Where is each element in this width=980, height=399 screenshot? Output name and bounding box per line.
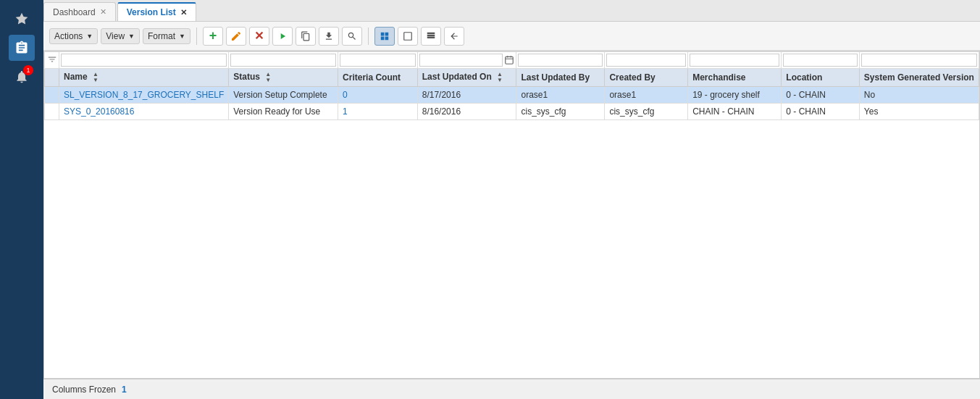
row2-updated-on-value: 8/16/2016 [422, 106, 461, 117]
tab-version-list-label: Version List [127, 7, 176, 17]
row1-status: Version Setup Complete [229, 87, 338, 104]
filter-updated-on-input[interactable] [419, 54, 503, 67]
version-table: Name ▲▼ Status ▲▼ Criteria Count Last Up… [44, 51, 979, 120]
row1-created-by: orase1 [605, 87, 688, 104]
format-button[interactable]: Format ▼ [143, 28, 190, 44]
table-row[interactable]: SYS_0_20160816 Version Ready for Use 1 8… [45, 104, 979, 120]
filter-status-input[interactable] [230, 54, 336, 67]
row1-icon [45, 87, 59, 104]
th-status[interactable]: Status ▲▼ [229, 69, 338, 87]
filter-location-input[interactable] [783, 54, 858, 67]
row1-status-value: Version Setup Complete [233, 90, 327, 100]
th-last-updated-on[interactable]: Last Updated On ▲▼ [417, 69, 516, 87]
row2-updated-by-value: cis_sys_cfg [521, 106, 566, 117]
grid-view-button[interactable] [374, 27, 395, 46]
sidebar-icon-star[interactable] [9, 6, 35, 32]
actions-button[interactable]: Actions ▼ [49, 28, 98, 44]
footer: Columns Frozen 1 [43, 379, 980, 399]
name-sort-arrows[interactable]: ▲▼ [93, 72, 99, 83]
filter-sys-gen-input[interactable] [861, 54, 977, 67]
status-sort-arrows[interactable]: ▲▼ [265, 72, 271, 83]
filter-location[interactable] [782, 52, 860, 69]
sep-2 [368, 28, 369, 45]
row2-name-value: SYS_0_20160816 [64, 106, 134, 117]
sidebar-icon-clipboard[interactable] [9, 35, 35, 61]
add-button[interactable]: + [203, 27, 223, 46]
row2-icon [45, 104, 59, 120]
row1-merchandise: 19 - grocery shelf [688, 87, 782, 104]
row2-name[interactable]: SYS_0_20160816 [59, 104, 229, 120]
filter-created-by[interactable] [605, 52, 688, 69]
tab-dashboard[interactable]: Dashboard ✕ [43, 2, 116, 21]
th-name-label: Name [64, 72, 88, 82]
copy-button[interactable] [296, 27, 316, 46]
th-criteria-label: Criteria Count [343, 72, 401, 83]
sidebar: 1 [0, 0, 43, 399]
th-location[interactable]: Location [782, 69, 860, 87]
format-caret: ▼ [179, 33, 185, 40]
filter-name-input[interactable] [61, 54, 227, 67]
filter-icon-cell [45, 52, 59, 69]
filter-updated-by[interactable] [516, 52, 605, 69]
filter-status[interactable] [229, 52, 338, 69]
delete-button[interactable]: ✕ [249, 27, 269, 46]
format-label: Format [148, 31, 175, 41]
th-icon [45, 69, 59, 87]
row2-status-value: Version Ready for Use [233, 106, 320, 117]
edit-button[interactable] [226, 27, 246, 46]
detail-view-button[interactable] [421, 27, 441, 46]
row2-sys-gen: Yes [859, 104, 979, 120]
filter-sys-gen[interactable] [859, 52, 979, 69]
list-view-button[interactable] [398, 27, 418, 46]
columns-frozen-count: 1 [122, 385, 127, 395]
th-name[interactable]: Name ▲▼ [59, 69, 229, 87]
th-updated-by-label: Last Updated By [521, 72, 590, 83]
row2-criteria-value: 1 [343, 106, 348, 117]
th-status-label: Status [233, 72, 260, 82]
row2-status: Version Ready for Use [229, 104, 338, 120]
filter-merchandise[interactable] [688, 52, 782, 69]
filter-criteria-input[interactable] [340, 54, 416, 67]
notification-badge: 1 [23, 65, 33, 75]
filter-created-by-input[interactable] [606, 54, 686, 67]
th-last-updated-by[interactable]: Last Updated By [516, 69, 605, 87]
th-created-by[interactable]: Created By [605, 69, 688, 87]
row1-sys-gen: No [859, 87, 979, 104]
tab-version-list-close[interactable]: ✕ [180, 9, 187, 17]
row1-updated-on: 8/17/2016 [417, 87, 516, 104]
filter-merchandise-input[interactable] [690, 54, 779, 67]
table-row[interactable]: SL_VERSION_8_17_GROCERY_SHELF Version Se… [45, 87, 979, 104]
row2-updated-on: 8/16/2016 [417, 104, 516, 120]
tabs-bar: Dashboard ✕ Version List ✕ [43, 0, 980, 22]
filter-updated-by-input[interactable] [518, 54, 603, 67]
updated-on-sort-arrows[interactable]: ▲▼ [497, 72, 503, 83]
row1-updated-by: orase1 [516, 87, 605, 104]
return-button[interactable] [444, 27, 464, 46]
th-updated-on-label: Last Updated On [422, 72, 492, 82]
view-button[interactable]: View ▼ [101, 28, 140, 44]
filter-criteria[interactable] [338, 52, 418, 69]
th-merchandise[interactable]: Merchandise [688, 69, 782, 87]
sidebar-icon-bell[interactable]: 1 [9, 64, 35, 90]
th-sys-gen[interactable]: System Generated Version [859, 69, 979, 87]
th-sys-gen-label: System Generated Version [864, 72, 974, 83]
row1-updated-by-value: orase1 [521, 90, 548, 100]
th-merchandise-label: Merchandise [692, 72, 745, 83]
play-button[interactable] [272, 27, 293, 46]
row2-updated-by: cis_sys_cfg [516, 104, 605, 120]
tab-version-list[interactable]: Version List ✕ [117, 2, 196, 21]
actions-label: Actions [54, 31, 83, 41]
import-button[interactable] [319, 27, 339, 46]
row1-name[interactable]: SL_VERSION_8_17_GROCERY_SHELF [59, 87, 229, 104]
row2-location-value: 0 - CHAIN [786, 106, 826, 117]
filter-updated-on[interactable] [417, 52, 516, 69]
filter-name[interactable] [59, 52, 229, 69]
svg-rect-1 [506, 56, 514, 64]
tab-dashboard-close[interactable]: ✕ [100, 8, 106, 16]
th-location-label: Location [786, 72, 822, 83]
row1-created-by-value: orase1 [609, 90, 636, 100]
th-criteria-count[interactable]: Criteria Count [338, 69, 418, 87]
row1-updated-on-value: 8/17/2016 [422, 90, 461, 100]
search-button[interactable] [342, 27, 362, 46]
row2-created-by-value: cis_sys_cfg [609, 106, 654, 117]
